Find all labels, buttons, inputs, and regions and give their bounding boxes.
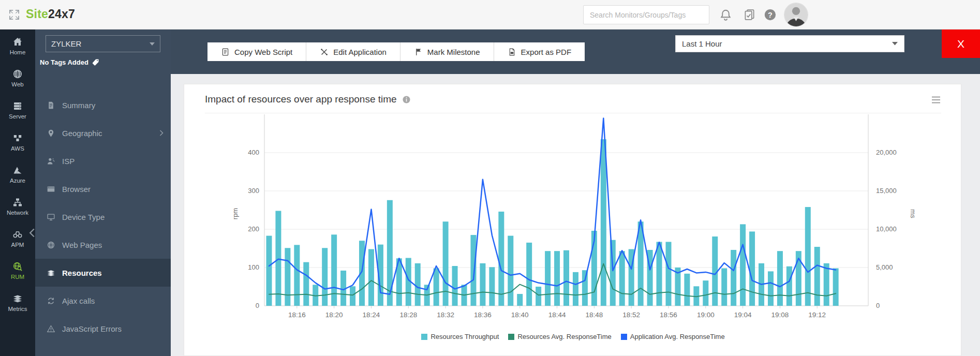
rail-item-server[interactable]: Server bbox=[0, 95, 35, 126]
dual-axis-chart: 0100200300400rpm05,00010,00015,00020,000… bbox=[184, 84, 962, 328]
sidebar-item-javascript-errors[interactable]: JavaScript Errors bbox=[35, 315, 171, 343]
sidebar-item-isp[interactable]: ISP bbox=[35, 147, 171, 175]
left-axis-title: rpm bbox=[231, 208, 239, 219]
edit-application-button[interactable]: Edit Application bbox=[306, 42, 400, 61]
rail-item-label: Metrics bbox=[8, 306, 27, 312]
flag-icon bbox=[414, 48, 423, 56]
logo-site: Site bbox=[26, 7, 48, 21]
sidebar-item-browser[interactable]: Browser bbox=[35, 175, 171, 203]
summary-icon bbox=[47, 101, 55, 110]
svg-text:19:00: 19:00 bbox=[697, 311, 715, 319]
pdf-icon bbox=[508, 48, 516, 56]
sidebar-item-summary[interactable]: Summary bbox=[35, 91, 171, 119]
svg-text:18:36: 18:36 bbox=[474, 311, 492, 319]
close-button[interactable]: X bbox=[942, 29, 980, 58]
chevron-right-icon bbox=[159, 130, 164, 136]
sidebar-item-web-pages[interactable]: Web Pages bbox=[35, 231, 171, 259]
legend-swatch bbox=[421, 334, 427, 340]
left-axis-labels: 0100200300400rpm bbox=[231, 149, 259, 309]
sidebar-item-label: Web Pages bbox=[62, 241, 102, 249]
legend-item-resources-throughput[interactable]: Resources Throughput bbox=[421, 333, 499, 340]
mark-milestone-button[interactable]: Mark Milestone bbox=[400, 42, 494, 61]
svg-text:100: 100 bbox=[248, 263, 259, 271]
svg-text:18:24: 18:24 bbox=[363, 311, 380, 319]
expand-icon[interactable] bbox=[8, 9, 20, 21]
tags-text: No Tags Added bbox=[40, 58, 88, 66]
rail-item-aws[interactable]: AWS bbox=[0, 127, 35, 158]
svg-text:200: 200 bbox=[248, 225, 259, 233]
export-as-pdf-button[interactable]: Export as PDF bbox=[494, 42, 585, 61]
rail-item-label: Network bbox=[7, 210, 28, 216]
toolbar-button-label: Copy Web Script bbox=[234, 48, 292, 56]
svg-text:18:28: 18:28 bbox=[399, 311, 417, 319]
svg-text:18:56: 18:56 bbox=[660, 311, 677, 319]
ajax-icon bbox=[47, 296, 55, 305]
home-icon bbox=[12, 37, 23, 47]
legend-item-resources-avg-responsetime[interactable]: Resources Avg. ResponseTime bbox=[508, 333, 611, 340]
sidebar-item-label: Browser bbox=[62, 185, 91, 194]
rail-item-network[interactable]: Network bbox=[0, 191, 35, 222]
toolbar-button-label: Edit Application bbox=[333, 48, 387, 56]
edit-tools-icon bbox=[320, 48, 329, 56]
sidebar-item-resources[interactable]: Resources bbox=[35, 259, 171, 287]
apm-icon bbox=[12, 229, 23, 240]
sidebar-item-label: ISP bbox=[62, 157, 75, 166]
toolbar-button-label: Export as PDF bbox=[521, 48, 572, 56]
svg-text:15,000: 15,000 bbox=[876, 187, 897, 195]
sidebar-menu: SummaryGeographicISPBrowserDevice TypeWe… bbox=[35, 91, 171, 343]
rum-sidebar: ZYLKER No Tags Added SummaryGeographicIS… bbox=[35, 29, 171, 356]
user-avatar[interactable] bbox=[784, 3, 808, 26]
toolbar: Copy Web ScriptEdit ApplicationMark Mile… bbox=[207, 42, 585, 61]
rail-item-label: AWS bbox=[11, 145, 24, 152]
rail-item-label: RUM bbox=[11, 274, 24, 280]
bell-icon[interactable] bbox=[719, 8, 732, 21]
svg-text:19:04: 19:04 bbox=[734, 311, 752, 319]
site24x7-logo: Site24x7 bbox=[26, 7, 75, 21]
right-axis-title: ms bbox=[909, 209, 917, 218]
chart-legend: Resources ThroughputResources Avg. Respo… bbox=[184, 333, 962, 340]
sidebar-item-label: Summary bbox=[62, 101, 95, 110]
svg-text:5,000: 5,000 bbox=[876, 263, 893, 271]
svg-text:20,000: 20,000 bbox=[876, 149, 897, 156]
legend-item-application-avg-responsetime[interactable]: Application Avg. ResponseTime bbox=[621, 333, 725, 340]
chart-card: Impact of resources over app response ti… bbox=[184, 84, 961, 356]
svg-text:0: 0 bbox=[256, 302, 259, 309]
rail-item-rum[interactable]: RUM bbox=[0, 255, 35, 286]
action-bar: Copy Web ScriptEdit ApplicationMark Mile… bbox=[171, 29, 980, 74]
device-icon bbox=[47, 213, 55, 221]
search-input[interactable] bbox=[583, 5, 709, 24]
rail-item-metrics[interactable]: Metrics bbox=[0, 287, 35, 318]
sidebar-item-label: JavaScript Errors bbox=[62, 324, 122, 333]
rail-item-apm[interactable]: APM bbox=[0, 223, 35, 254]
copy-web-script-button[interactable]: Copy Web Script bbox=[207, 42, 306, 61]
rail-item-label: Server bbox=[9, 113, 26, 120]
tasks-icon[interactable] bbox=[743, 8, 756, 21]
svg-text:?: ? bbox=[768, 11, 773, 19]
time-range-dropdown[interactable]: Last 1 Hour bbox=[675, 35, 904, 52]
svg-text:300: 300 bbox=[248, 187, 259, 195]
metrics-icon bbox=[12, 293, 23, 304]
rail-item-home[interactable]: Home bbox=[0, 31, 35, 62]
help-icon[interactable]: ? bbox=[764, 8, 777, 21]
rail-item-label: Home bbox=[10, 49, 26, 55]
rum-icon bbox=[12, 261, 23, 272]
resources-icon bbox=[47, 269, 55, 277]
rail-item-label: Web bbox=[11, 81, 23, 87]
geographic-icon bbox=[47, 129, 55, 138]
sidebar-item-geographic[interactable]: Geographic bbox=[35, 119, 171, 147]
logo-24x7: 24x7 bbox=[48, 7, 75, 21]
svg-text:18:52: 18:52 bbox=[622, 311, 640, 319]
rail-item-azure[interactable]: Azure bbox=[0, 159, 35, 190]
svg-text:10,000: 10,000 bbox=[876, 225, 897, 233]
rail-item-label: APM bbox=[11, 242, 24, 248]
sidebar-item-device-type[interactable]: Device Type bbox=[35, 203, 171, 231]
server-icon bbox=[12, 101, 23, 111]
rail-item-web[interactable]: Web bbox=[0, 63, 35, 94]
tag-icon bbox=[92, 58, 99, 66]
tags-line[interactable]: No Tags Added bbox=[40, 58, 99, 66]
sidebar-collapse-icon[interactable] bbox=[29, 228, 35, 239]
monitor-selector-dropdown[interactable]: ZYLKER bbox=[46, 35, 160, 52]
sidebar-item-ajax-calls[interactable]: Ajax calls bbox=[35, 287, 171, 315]
network-icon bbox=[12, 197, 23, 207]
svg-text:18:20: 18:20 bbox=[325, 311, 343, 319]
